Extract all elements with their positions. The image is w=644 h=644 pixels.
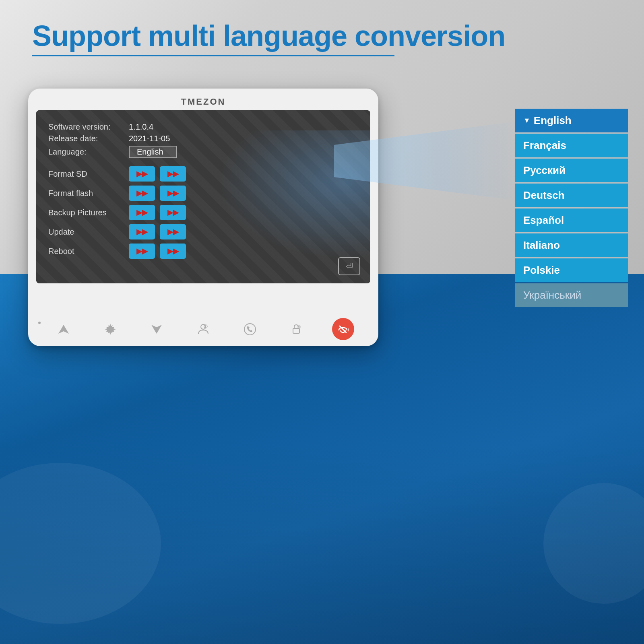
software-version-value: 1.1.0.4 [129, 122, 153, 132]
title-underline [32, 55, 394, 56]
device-frame: TMEZON Software version: 1.1.0.4 Release… [28, 89, 378, 346]
lang-label-polskie: Polskie [523, 264, 560, 277]
arrow-icon-10: ▶▶ [167, 247, 179, 256]
backup-btn-2[interactable]: ▶▶ [160, 205, 186, 220]
lang-item-espanol[interactable]: Español [515, 208, 628, 232]
settings-icon[interactable] [99, 318, 121, 340]
software-version-row: Software version: 1.1.0.4 [48, 122, 358, 132]
lang-item-francais[interactable]: Français [515, 134, 628, 157]
back-icon: ⏎ [346, 261, 353, 272]
backup-pictures-row: Backup Pictures ▶▶ ▶▶ [48, 205, 358, 220]
svg-marker-2 [151, 325, 162, 334]
reboot-btn-2[interactable]: ▶▶ [160, 244, 186, 259]
reboot-label: Reboot [48, 247, 129, 256]
format-flash-btn-1[interactable]: ▶▶ [129, 186, 155, 201]
format-sd-label: Format SD [48, 169, 129, 179]
device-frame-wrapper: TMEZON Software version: 1.1.0.4 Release… [28, 89, 378, 346]
backup-pictures-label: Backup Pictures [48, 208, 129, 217]
format-flash-buttons: ▶▶ ▶▶ [129, 186, 186, 201]
svg-rect-6 [293, 328, 299, 333]
backup-btn-1[interactable]: ▶▶ [129, 205, 155, 220]
arrow-icon-3: ▶▶ [136, 189, 148, 198]
arrow-icon-8: ▶▶ [167, 227, 179, 236]
arrow-icon-9: ▶▶ [136, 247, 148, 256]
lang-item-polskie[interactable]: Polskie [515, 258, 628, 282]
svg-point-7 [297, 325, 301, 328]
navigate-icon[interactable] [52, 318, 74, 340]
software-version-label: Software version: [48, 122, 129, 132]
language-value[interactable]: English [129, 146, 177, 158]
format-flash-label: Format flash [48, 189, 129, 198]
reboot-row: Reboot ▶▶ ▶▶ [48, 244, 358, 259]
lang-label-espanol: Español [523, 214, 564, 227]
backup-buttons: ▶▶ ▶▶ [129, 205, 186, 220]
arrow-icon-7: ▶▶ [136, 227, 148, 236]
device-brand: TMEZON [36, 97, 370, 107]
back-button[interactable]: ⏎ [338, 257, 360, 275]
update-buttons: ▶▶ ▶▶ [129, 224, 186, 239]
device-screen: Software version: 1.1.0.4 Release date: … [36, 110, 370, 283]
svg-marker-0 [58, 325, 69, 334]
reboot-buttons: ▶▶ ▶▶ [129, 244, 186, 259]
update-row: Update ▶▶ ▶▶ [48, 224, 358, 239]
call-end-icon[interactable] [332, 318, 354, 340]
format-sd-buttons: ▶▶ ▶▶ [129, 166, 186, 182]
screen-content: Software version: 1.1.0.4 Release date: … [36, 110, 370, 283]
user-icon[interactable] [192, 318, 214, 340]
lang-item-italiano[interactable]: Italiano [515, 233, 628, 257]
lang-label-russian: Русский [523, 164, 566, 177]
lang-item-deutsch[interactable]: Deutsch [515, 184, 628, 207]
format-sd-btn-1[interactable]: ▶▶ [129, 166, 155, 182]
language-row: Language: English [48, 146, 358, 158]
device-bottom-icons [28, 318, 378, 340]
lang-item-english[interactable]: ▼ English [515, 109, 628, 132]
dropdown-arrow-icon: ▼ [523, 116, 530, 125]
release-date-row: Release date: 2021-11-05 [48, 134, 358, 143]
lock-icon[interactable] [285, 318, 308, 340]
lang-label-ukrainian: Український [523, 289, 581, 301]
call-icon[interactable] [239, 318, 261, 340]
language-dropdown: ▼ English Français Русский Deutsch Españ… [515, 109, 628, 308]
update-btn-1[interactable]: ▶▶ [129, 224, 155, 239]
page-title: Support multi language conversion [32, 20, 612, 52]
arrow-icon-4: ▶▶ [167, 189, 179, 198]
update-btn-2[interactable]: ▶▶ [160, 224, 186, 239]
release-date-value: 2021-11-05 [129, 134, 170, 143]
release-date-label: Release date: [48, 134, 129, 143]
arrow-icon-2: ▶▶ [167, 169, 179, 178]
lang-item-ukrainian[interactable]: Український [515, 283, 628, 307]
arrow-icon-6: ▶▶ [167, 208, 179, 217]
action-section: Format SD ▶▶ ▶▶ Format flash ▶▶ ▶▶ [48, 166, 358, 259]
lang-label-francais: Français [523, 139, 566, 152]
title-section: Support multi language conversion [32, 20, 612, 56]
arrow-icon-5: ▶▶ [136, 208, 148, 217]
format-flash-btn-2[interactable]: ▶▶ [160, 186, 186, 201]
format-sd-row: Format SD ▶▶ ▶▶ [48, 166, 358, 182]
format-sd-btn-2[interactable]: ▶▶ [160, 166, 186, 182]
language-label: Language: [48, 147, 129, 157]
arrow-icon-1: ▶▶ [136, 169, 148, 178]
lang-item-russian[interactable]: Русский [515, 159, 628, 182]
format-flash-row: Format flash ▶▶ ▶▶ [48, 186, 358, 201]
svg-point-5 [244, 324, 256, 335]
lang-label-english: English [534, 114, 572, 127]
reboot-btn-1[interactable]: ▶▶ [129, 244, 155, 259]
update-label: Update [48, 227, 129, 237]
lang-label-italiano: Italiano [523, 239, 560, 252]
lang-label-deutsch: Deutsch [523, 189, 565, 202]
down-icon[interactable] [146, 318, 168, 340]
